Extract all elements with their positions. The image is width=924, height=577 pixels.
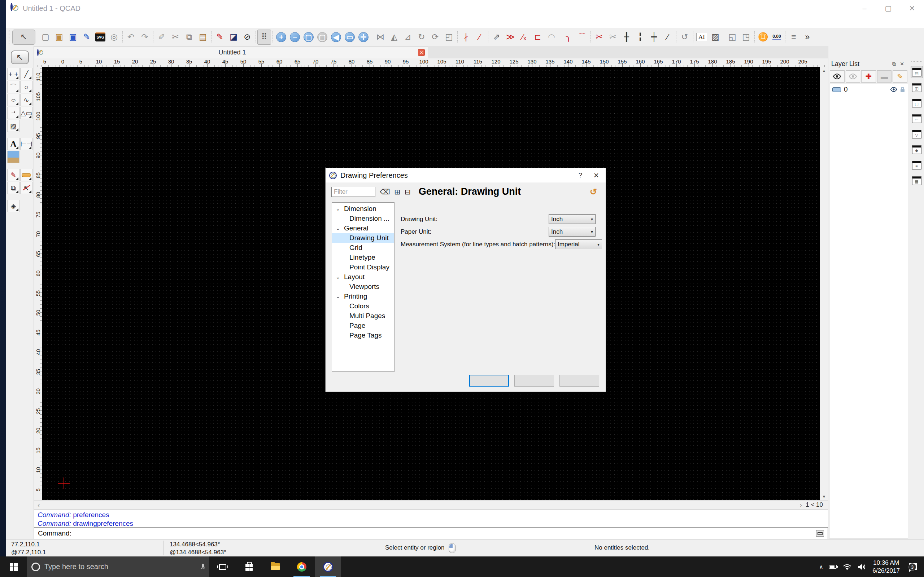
hide-all-layers-button[interactable] <box>846 70 861 82</box>
toolbar-overflow-button[interactable]: » <box>801 29 814 45</box>
arc-tool[interactable]: ⌒ <box>7 81 19 93</box>
paste-button[interactable]: ▤ <box>196 29 210 45</box>
document-tab-close-icon[interactable]: ✕ <box>418 49 425 56</box>
panel-block-list[interactable]: ◫ <box>911 82 923 94</box>
menu-view[interactable] <box>24 16 32 28</box>
panel-view-list[interactable]: ▢ <box>911 97 923 109</box>
selection-properties-button[interactable]: ◪ <box>227 29 241 45</box>
tree-item-point-display[interactable]: ⌄ Point Display <box>332 262 394 272</box>
print-preview-button[interactable]: ◎ <box>107 29 121 45</box>
scroll-up-icon[interactable]: ▲ <box>822 69 826 73</box>
menu-edit[interactable] <box>16 16 24 28</box>
horizontal-scrollbar[interactable]: ‹ › 1 < 10 <box>34 500 828 509</box>
svg-export-button[interactable]: SVG <box>94 29 107 45</box>
dropdown-select[interactable]: Inch ▾ <box>549 227 596 237</box>
microphone-icon[interactable] <box>201 564 205 570</box>
edit-layer-button[interactable]: ✎ <box>893 70 908 82</box>
tree-item-layout[interactable]: ⌄ Layout <box>332 272 394 282</box>
menu-misc[interactable] <box>103 16 111 28</box>
expand-all-icon[interactable]: ⊞ <box>394 188 400 195</box>
draw-pencil-button[interactable]: ✎ <box>213 29 227 45</box>
scroll-right-icon[interactable]: › <box>796 501 806 509</box>
zoom-window-button[interactable]: ▭ <box>343 29 357 45</box>
break-out-button[interactable]: ✂ <box>592 29 606 45</box>
to-back-button[interactable]: ◳ <box>739 29 753 45</box>
panel-selection-filter[interactable]: ▽ <box>911 128 923 140</box>
split-gap-button[interactable]: ╏ <box>633 29 647 45</box>
tree-item-general[interactable]: ⌄ General <box>332 223 394 233</box>
tree-item-page-tags[interactable]: ⌄ Page Tags <box>332 330 394 340</box>
revert-icon[interactable]: ↺ <box>590 187 600 197</box>
cut-button[interactable]: ✂ <box>168 29 182 45</box>
task-view-button[interactable] <box>209 556 236 577</box>
text-button[interactable]: AI <box>695 29 709 45</box>
menu-select[interactable] <box>32 16 40 28</box>
dialog-help-button[interactable]: ? <box>572 168 588 182</box>
maximize-button[interactable]: ▢ <box>876 0 900 16</box>
panel-clipboard[interactable]: ▦ <box>911 174 923 187</box>
delete-button[interactable]: ✐ <box>155 29 168 45</box>
dropdown-select[interactable]: Inch ▾ <box>549 214 596 224</box>
store-button[interactable] <box>236 556 262 577</box>
to-front-button[interactable]: ◱ <box>725 29 739 45</box>
cancel-button[interactable] <box>514 375 554 387</box>
taskbar-clock[interactable]: 10:36 AM 6/26/2017 <box>872 559 900 574</box>
add-layer-button[interactable]: ✚ <box>861 70 876 82</box>
trim-button[interactable]: ∤ <box>459 29 473 45</box>
show-all-layers-button[interactable] <box>830 70 845 82</box>
round-corner-button[interactable]: ◠ <box>544 29 558 45</box>
ellipse-tool[interactable]: ○ <box>7 94 19 106</box>
open-file-button[interactable]: ▣ <box>52 29 66 45</box>
dropdown-select[interactable]: Imperial ▾ <box>555 239 602 249</box>
filter-input[interactable] <box>331 187 375 197</box>
battery-icon[interactable] <box>829 565 837 569</box>
save-button[interactable]: ▣ <box>66 29 80 45</box>
remove-state-button[interactable]: ⊘ <box>241 29 254 45</box>
fillet-button[interactable]: ╮ <box>562 29 575 45</box>
dimension-button[interactable]: 0.00 <box>770 29 783 45</box>
stretch-button[interactable]: ⇗ <box>490 29 504 45</box>
save-as-button[interactable]: ✎ <box>80 29 94 45</box>
hatch-tool[interactable]: ▨ <box>7 120 19 132</box>
menu-help[interactable] <box>111 16 120 28</box>
split-button[interactable]: ╂ <box>620 29 633 45</box>
tree-item-drawing-unit[interactable]: ⌄ Drawing Unit <box>332 233 394 243</box>
menu-modify[interactable] <box>56 16 64 28</box>
new-file-button[interactable]: ▢ <box>39 29 52 45</box>
start-button[interactable] <box>0 556 27 577</box>
auto-zoom-button[interactable]: ▢ <box>302 29 315 45</box>
tree-item-grid[interactable]: ⌄ Grid <box>332 243 394 253</box>
menu-dimension[interactable] <box>48 16 56 28</box>
ok-button[interactable] <box>469 375 509 387</box>
mirror-button[interactable]: ⋈ <box>373 29 387 45</box>
clip-button[interactable]: ⊏ <box>531 29 544 45</box>
volume-icon[interactable] <box>858 564 866 570</box>
grid-toggle-button[interactable]: ⠿ <box>257 29 271 45</box>
offset-button[interactable]: ⊿ <box>401 29 415 45</box>
tray-chevron-icon[interactable]: ∧ <box>819 564 823 570</box>
menu-info[interactable] <box>72 16 80 28</box>
taskbar-search-box[interactable]: Type here to search <box>27 556 209 577</box>
rotate-button[interactable]: ↻ <box>415 29 428 45</box>
zoom-back-button[interactable]: ◀ <box>329 29 343 45</box>
tree-item-page[interactable]: ⌄ Page <box>332 321 394 330</box>
modify-menu-tool[interactable]: ⧉ <box>7 182 19 194</box>
scale-button[interactable]: ∕ₓ <box>517 29 531 45</box>
clear-filter-icon[interactable]: ⌫ <box>380 188 390 195</box>
scroll-down-icon[interactable]: ▼ <box>822 495 826 499</box>
zoom-previous-button[interactable]: ▢ <box>315 29 329 45</box>
wifi-icon[interactable] <box>843 564 851 570</box>
hatch-button[interactable]: ▨ <box>709 29 722 45</box>
divide-button[interactable]: ∕ <box>661 29 675 45</box>
menu-draw[interactable] <box>40 16 48 28</box>
vertical-scrollbar[interactable]: ▲ ▼ <box>820 67 828 500</box>
minimize-button[interactable]: – <box>853 0 876 16</box>
layer-visibility-icon[interactable] <box>890 87 897 92</box>
command-input[interactable]: Command: <box>34 527 828 539</box>
tree-item-colors[interactable]: ⌄ Colors <box>332 301 394 311</box>
tree-item-multi-pages[interactable]: ⌄ Multi Pages <box>332 311 394 321</box>
panel-command-line[interactable]: ≡ <box>911 159 923 171</box>
lengthen-button[interactable]: ∕ <box>473 29 486 45</box>
scroll-left-icon[interactable]: ‹ <box>34 501 44 509</box>
zoom-in-button[interactable]: + <box>274 29 288 45</box>
